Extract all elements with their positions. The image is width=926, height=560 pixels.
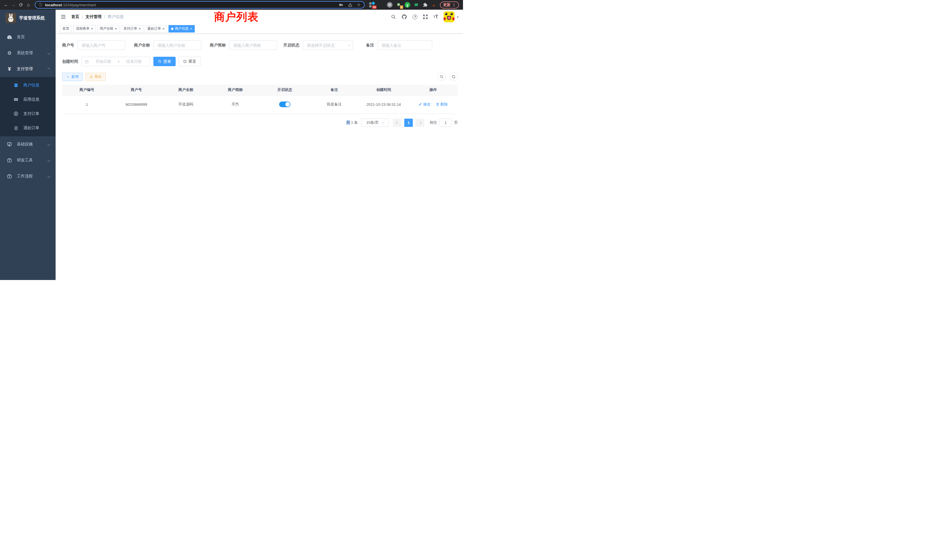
document-icon bbox=[12, 126, 20, 130]
browser-menu-icon: ⋮ bbox=[452, 3, 456, 7]
short-name-label: 商户简称 bbox=[210, 43, 226, 48]
cell-remark: 我是备注 bbox=[310, 95, 359, 114]
cell-full-name: 芋道源码 bbox=[161, 95, 211, 114]
full-name-input[interactable] bbox=[153, 41, 201, 50]
sidebar: 芋道管理系统 首页 ⚙ 系统管理 ¥ 支付管理 bbox=[0, 10, 56, 280]
chevron-down-icon bbox=[48, 51, 50, 54]
bookmark-star-icon[interactable]: ☆ bbox=[357, 2, 361, 8]
url-text[interactable]: localhost:1024/pay/merchant bbox=[45, 3, 339, 7]
reset-button[interactable]: 重置 bbox=[179, 57, 201, 66]
browser-back-icon[interactable]: ← bbox=[2, 1, 10, 9]
tab-pay-order[interactable]: 支付订单 × bbox=[121, 25, 144, 32]
page-1-button[interactable]: 1 bbox=[404, 119, 413, 127]
show-search-toggle-button[interactable] bbox=[437, 73, 446, 81]
url-bar[interactable]: ⓘ localhost:1024/pay/merchant ☆ bbox=[35, 1, 365, 9]
cell-merchant-no: M233666999 bbox=[112, 95, 161, 114]
browser-reload-icon[interactable] bbox=[17, 1, 24, 9]
sidebar-item-system[interactable]: ⚙ 系统管理 bbox=[0, 45, 56, 61]
sidebar-item-label: 支付订单 bbox=[23, 111, 39, 117]
sidebar-item-pay-order[interactable]: 支付订单 bbox=[0, 107, 56, 121]
toolbox-icon bbox=[6, 158, 13, 163]
close-icon[interactable]: × bbox=[190, 27, 192, 30]
status-toggle[interactable] bbox=[279, 101, 291, 107]
full-name-label: 商户全称 bbox=[134, 43, 150, 48]
app-title: 芋道管理系统 bbox=[19, 15, 45, 21]
user-avatar[interactable] bbox=[443, 11, 454, 22]
password-key-icon[interactable] bbox=[339, 3, 343, 7]
goto-page-input[interactable] bbox=[439, 119, 452, 127]
breadcrumb-payment[interactable]: 支付管理 bbox=[86, 14, 101, 20]
search-button[interactable]: 搜索 bbox=[153, 57, 176, 66]
help-icon[interactable]: ? bbox=[413, 15, 418, 20]
merchant-table: 商户编号 商户号 商户全称 商户简称 开启状态 备注 创建时间 操作 1 M23… bbox=[62, 85, 458, 114]
site-info-icon[interactable]: ⓘ bbox=[39, 2, 42, 8]
browser-forward-icon[interactable]: → bbox=[10, 1, 17, 9]
payment-submenu: 商户信息 应用信息 支付订单 bbox=[0, 77, 56, 136]
extensions-area: 10 ⌘ 1 y 更新 ⋮ bbox=[368, 2, 461, 9]
avatar-dropdown-caret-icon[interactable]: ▾ bbox=[457, 15, 458, 18]
add-button[interactable]: ＋ 新增 bbox=[62, 73, 83, 81]
refresh-table-button[interactable] bbox=[449, 73, 458, 81]
tab-process-form[interactable]: 流程表单 × bbox=[73, 25, 96, 32]
tab-refund-order[interactable]: 退款订单 × bbox=[145, 25, 167, 32]
edit-link[interactable]: 修改 bbox=[419, 102, 431, 107]
sidebar-item-label: 工作流程 bbox=[17, 174, 33, 179]
sidebar-item-label: 支付管理 bbox=[17, 67, 33, 71]
sidebar-item-workflow[interactable]: 工作流程 bbox=[0, 168, 56, 184]
sidebar-item-infrastructure[interactable]: 基础设施 bbox=[0, 136, 56, 152]
github-icon[interactable] bbox=[401, 14, 407, 20]
col-status: 开启状态 bbox=[260, 85, 310, 95]
close-icon[interactable]: × bbox=[162, 27, 165, 30]
top-navbar: 首页 / 支付管理 / 商户信息 商户列表 ? bbox=[56, 10, 463, 24]
command-extension-icon[interactable]: ⌘ bbox=[387, 2, 393, 8]
remark-input[interactable] bbox=[377, 41, 432, 50]
plus-icon: ＋ bbox=[66, 74, 70, 79]
browser-window: ← → ⌂ ⓘ localhost:1024/pay/merchant ☆ bbox=[0, 0, 463, 280]
sidebar-item-merchant-info[interactable]: 商户信息 bbox=[0, 78, 56, 92]
table-header-row: 商户编号 商户号 商户全称 商户简称 开启状态 备注 创建时间 操作 bbox=[62, 85, 458, 95]
emoji-profile-icon[interactable] bbox=[431, 2, 437, 8]
font-size-icon[interactable]: TT bbox=[433, 14, 438, 20]
app-logo-row[interactable]: 芋道管理系统 bbox=[0, 10, 56, 26]
close-icon[interactable]: × bbox=[91, 27, 93, 30]
puzzle-extensions-icon[interactable] bbox=[422, 2, 428, 8]
tab-home[interactable]: 首页 bbox=[60, 25, 72, 32]
page-size-select[interactable]: 10条/页 bbox=[361, 119, 389, 127]
tab-merchant-info[interactable]: 商户信息 × bbox=[168, 25, 195, 32]
yudao-extension-icon[interactable]: y bbox=[404, 2, 410, 8]
next-page-button[interactable] bbox=[416, 119, 424, 127]
blocker-extension-icon[interactable]: 10 bbox=[369, 2, 375, 8]
browser-home-icon[interactable]: ⌂ bbox=[24, 1, 32, 9]
merchant-no-input[interactable] bbox=[77, 41, 126, 50]
profile-badge: 1 bbox=[400, 5, 403, 9]
briefcase-icon bbox=[6, 174, 13, 179]
share-icon[interactable] bbox=[348, 3, 353, 7]
breadcrumb-home[interactable]: 首页 bbox=[71, 14, 79, 20]
sidebar-item-refund-order[interactable]: 退款订单 bbox=[0, 121, 56, 135]
tab-user-group[interactable]: 用户分组 × bbox=[97, 25, 120, 32]
chat-extension-icon[interactable] bbox=[413, 2, 419, 8]
sidebar-item-dev-tools[interactable]: 研发工具 bbox=[0, 152, 56, 168]
delete-link[interactable]: 删除 bbox=[436, 102, 448, 107]
header-search-icon[interactable] bbox=[391, 14, 396, 20]
sidebar-item-label: 系统管理 bbox=[17, 50, 33, 56]
status-select[interactable] bbox=[303, 41, 353, 50]
sidebar-item-payment[interactable]: ¥ 支付管理 bbox=[0, 61, 56, 77]
red-annotation-text: 商户列表 bbox=[214, 10, 259, 24]
close-icon[interactable]: × bbox=[115, 27, 117, 30]
sidebar-item-app-info[interactable]: 应用信息 bbox=[0, 92, 56, 107]
profile-extension-icon[interactable]: 1 bbox=[396, 2, 401, 8]
fullscreen-icon[interactable] bbox=[423, 14, 428, 20]
yen-icon: ¥ bbox=[6, 66, 13, 72]
sidebar-item-label: 商户信息 bbox=[23, 83, 39, 88]
prev-page-button[interactable] bbox=[393, 119, 401, 127]
sidebar-item-home[interactable]: 首页 bbox=[0, 29, 56, 45]
sidebar-collapse-icon[interactable] bbox=[60, 14, 67, 20]
export-button[interactable]: 导出 bbox=[86, 73, 106, 81]
tags-view-bar: 首页 流程表单 × 用户分组 × 支付订单 × 退款订单 × bbox=[56, 24, 463, 34]
close-icon[interactable]: × bbox=[139, 27, 141, 30]
create-time-range-picker[interactable]: 开始日期 - 结束日期 bbox=[82, 57, 150, 66]
chrome-update-button[interactable]: 更新 ⋮ bbox=[440, 2, 459, 9]
kite-extension-icon[interactable] bbox=[378, 2, 384, 8]
short-name-input[interactable] bbox=[229, 41, 277, 50]
